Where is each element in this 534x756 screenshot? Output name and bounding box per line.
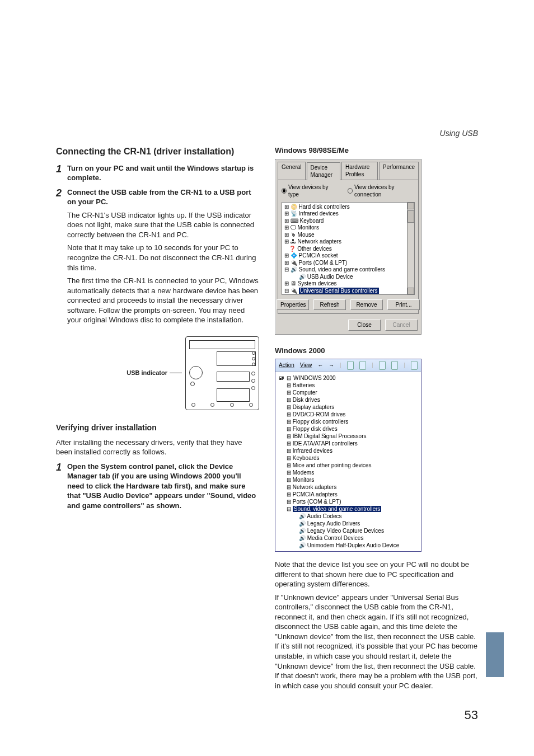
tab-performance[interactable]: Performance [379,162,419,180]
step-1-text: Turn on your PC and wait until the Windo… [67,164,254,182]
heading-win98: Windows 98/98SE/Me [275,145,478,156]
win2k-sound-controllers[interactable]: Sound, video and game controllers [293,506,382,512]
nav-back-icon[interactable]: ← [317,361,323,369]
step-2-p2: Note that it may take up to 10 seconds f… [67,243,259,273]
heading-win2000: Windows 2000 [275,346,478,356]
verify-step-1-number: 1 [56,462,67,511]
page-number: 53 [465,708,478,722]
tab-general[interactable]: General [278,162,306,180]
tab-hardware-profiles[interactable]: Hardware Profiles [341,162,378,180]
toolbar-icon[interactable] [379,361,386,370]
nav-forward-icon[interactable]: → [329,361,334,369]
step-1: 1 Turn on your PC and wait until the Win… [56,163,259,183]
win98-dialog: General Device Manager Hardware Profiles… [275,159,421,335]
usb-indicator-diagram: USB indicator [67,334,259,412]
left-column: Connecting the CR-N1 (driver installatio… [56,145,259,694]
properties-button[interactable]: Properties [277,299,309,311]
refresh-button[interactable]: Refresh [313,299,346,311]
verify-step-1-text: Open the System control panel, click the… [67,462,256,510]
running-head: Using USB [440,129,478,138]
toolbar-icon[interactable] [359,361,366,370]
verify-intro: After installing the necessary drivers, … [56,438,259,457]
verify-step-1: 1 Open the System control panel, click t… [56,462,259,511]
menu-view[interactable]: View [300,361,312,369]
step-2-p1: The CR-N1's USB indicator lights up. If … [67,210,259,240]
device-illustration [185,336,259,410]
toolbar-icon[interactable] [411,361,418,370]
toolbar-icon[interactable] [391,361,398,370]
side-tab [486,632,504,677]
step-1-number: 1 [56,163,67,183]
usb-indicator-label: USB indicator [127,369,182,377]
win98-usb-controllers[interactable]: Universal Serial Bus controllers [299,288,379,294]
cancel-button: Cancel [385,320,418,331]
note-device-list: Note that the device list you see on you… [275,560,478,589]
tab-device-manager[interactable]: Device Manager [307,162,340,180]
remove-button[interactable]: Remove [350,299,383,311]
step-2-p3: The first time the CR-N1 is connected to… [67,276,259,325]
print-button[interactable]: Print... [387,299,420,311]
win2k-toolbar: Action View ← → | | | [275,359,421,372]
win2k-device-tree[interactable]: ⊟ WINDOWS 2000 Batteries Computer Disk d… [275,372,421,551]
step-2-lead: Connect the USB cable from the CR-N1 to … [67,188,251,206]
toolbar-icon[interactable] [347,361,354,370]
scrollbar[interactable] [407,203,414,294]
radio-view-by-type[interactable]: View devices by type [282,184,334,199]
menu-action[interactable]: Action [279,361,294,369]
radio-view-by-connection[interactable]: View devices by connection [348,184,415,199]
right-column: Windows 98/98SE/Me General Device Manage… [275,145,478,694]
win2k-window: Action View ← → | | | ⊟ WINDOWS 2000 Bat… [275,359,421,552]
close-button[interactable]: Close [348,320,381,331]
note-unknown-device: If "Unknown device" appears under "Unive… [275,593,478,691]
win98-device-tree[interactable]: ⊞ 📀 Hard disk controllers ⊞ 📡 Infrared d… [282,202,415,295]
step-2: 2 Connect the USB cable from the CR-N1 t… [56,187,259,328]
heading-connecting: Connecting the CR-N1 (driver installatio… [56,145,259,158]
heading-verifying: Verifying driver installation [56,422,259,433]
step-2-number: 2 [56,187,67,328]
